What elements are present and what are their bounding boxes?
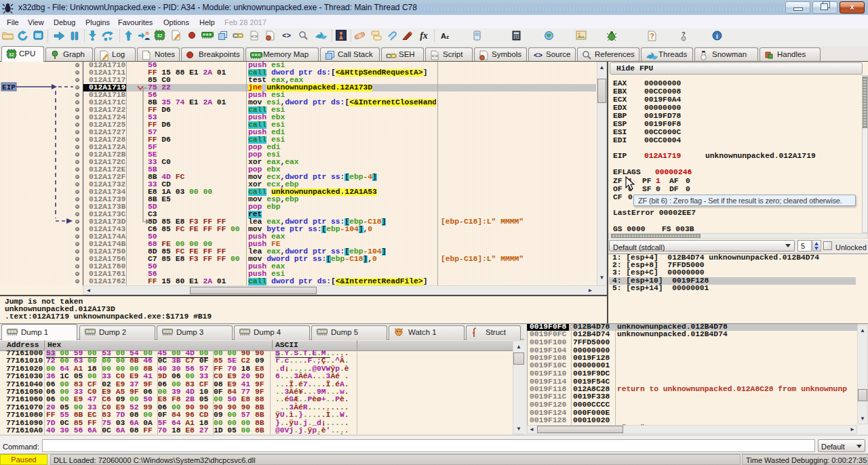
svg-text:EIP: EIP	[2, 83, 16, 92]
svg-text:A: A	[441, 32, 446, 40]
svg-text:<>: <>	[251, 33, 258, 39]
svg-text:fx: fx	[420, 31, 428, 41]
svg-text:<>: <>	[534, 52, 543, 59]
svg-text:z: z	[446, 34, 449, 40]
svg-text:<>: <>	[431, 53, 438, 59]
svg-text:i: i	[716, 33, 718, 40]
svg-text:32: 32	[9, 52, 14, 57]
svg-text:32: 32	[157, 33, 163, 38]
svg-text:?: ?	[650, 33, 654, 40]
svg-text:<>: <>	[282, 32, 292, 39]
